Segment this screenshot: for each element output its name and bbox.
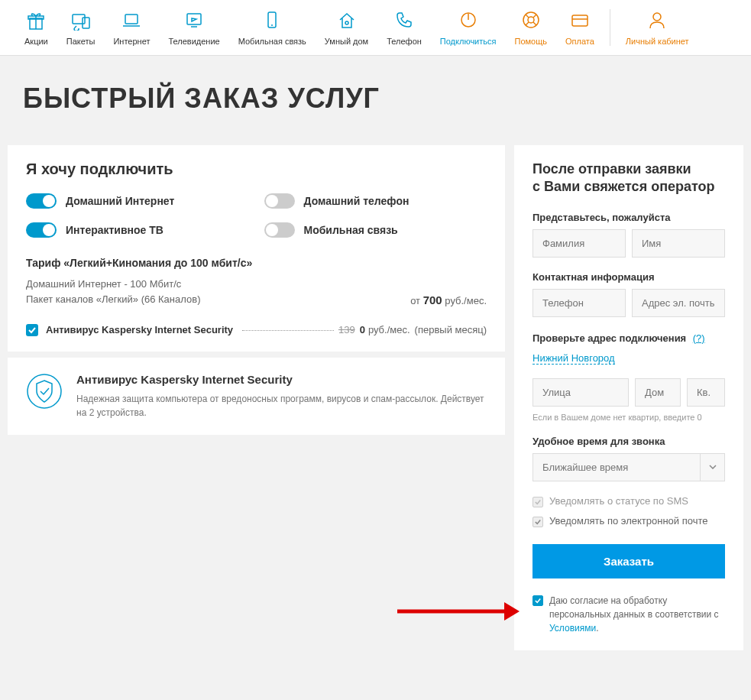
toggle-switch[interactable] [26,222,57,238]
connect-panel: Я хочу подключить Домашний ИнтернетДомаш… [8,145,505,352]
dots-separator [242,330,334,331]
sms-notify-row[interactable]: Уведомлять о статусе по SMS [532,495,725,507]
order-form-panel: После отправки заявкис Вами свяжется опе… [514,145,743,650]
svg-point-22 [28,374,61,408]
nav-label: Помощь [515,37,548,46]
info-panel: Антивирус Kaspersky Internet Security На… [8,358,505,435]
info-title: Антивирус Kaspersky Internet Security [76,373,487,386]
email-notify-row[interactable]: Уведомлять по электронной почте [532,515,725,527]
consent-row: Даю согласие на обработку персональных д… [532,594,725,635]
phone-input[interactable] [532,289,626,317]
toggle-row: Интерактивное ТВ [26,222,249,238]
sms-checkbox[interactable] [532,497,543,507]
nav-item-user[interactable]: Личный кабинет [610,9,698,46]
addon-row: Антивирус Kaspersky Internet Security 13… [26,324,487,336]
nav-label: Подключиться [440,37,497,46]
house-input[interactable] [635,378,681,407]
nav-item-power[interactable]: Подключиться [431,9,506,46]
svg-point-14 [528,17,534,23]
address-label: Проверьте адрес подключения [532,332,686,344]
address-hint: Если в Вашем доме нет квартир, введите 0 [532,413,725,422]
intro-label: Представьтесь, пожалуйста [532,212,725,223]
svg-line-17 [526,22,529,25]
nav-item-laptop[interactable]: Интернет [104,9,159,46]
toggle-switch[interactable] [264,222,295,238]
info-text: Надежная защита компьютера от вредоносны… [76,392,487,420]
toggle-label: Интерактивное ТВ [66,224,163,236]
devices-icon [70,9,92,31]
city-link[interactable]: Нижний Новгород [532,352,615,365]
nav-label: Умный дом [325,37,368,46]
svg-line-18 [533,22,536,25]
page-title: БЫСТРЫЙ ЗАКАЗ УСЛУГ [0,56,751,145]
toggle-switch[interactable] [264,193,295,209]
svg-point-9 [271,24,273,26]
nav-item-card[interactable]: Оплата [556,9,604,46]
nav-item-mobile[interactable]: Мобильная связь [229,9,316,46]
nav-label: Интернет [113,37,150,46]
addon-name: Антивирус Kaspersky Internet Security [46,324,233,335]
nav-item-lifebuoy[interactable]: Помощь [506,9,557,46]
toggle-label: Домашний телефон [304,195,409,207]
top-nav: АкцииПакетыИнтернетТелевидениеМобильная … [0,0,751,56]
nav-item-devices[interactable]: Пакеты [57,9,105,46]
toggle-row: Домашний Интернет [26,193,249,209]
nav-label: Оплата [565,37,594,46]
addon-old-price: 139 [338,324,355,335]
card-icon [569,9,591,31]
mobile-icon [261,9,283,31]
terms-link[interactable]: Условиями [549,623,596,634]
toggle-label: Домашний Интернет [66,195,174,207]
address-help-link[interactable]: (?) [693,332,705,344]
svg-point-10 [345,21,348,24]
nav-item-phone[interactable]: Телефон [377,9,431,46]
toggle-switch[interactable] [26,193,57,209]
laptop-icon [121,9,142,31]
svg-point-21 [653,13,661,21]
email-notify-checkbox[interactable] [532,517,543,527]
contact-label: Контактная информация [532,271,725,283]
user-icon [646,9,668,31]
tv-icon [183,9,205,31]
phone-icon [393,9,415,31]
toggle-row: Домашний телефон [264,193,487,209]
nav-item-gift[interactable]: Акции [15,9,57,46]
email-input[interactable] [632,289,725,317]
svg-rect-19 [572,15,588,26]
connect-title: Я хочу подключить [26,160,487,178]
street-input[interactable] [532,378,629,407]
time-select[interactable]: Ближайшее время [532,453,701,481]
chevron-down-icon[interactable] [701,453,725,481]
power-icon [458,9,479,31]
tariff-price: от 700 руб./мес. [410,293,487,309]
nav-label: Личный кабинет [626,37,689,46]
lastname-input[interactable] [532,229,626,258]
toggle-label: Мобильная связь [304,224,398,236]
nav-item-tv[interactable]: Телевидение [159,9,228,46]
nav-label: Акции [24,37,48,46]
gift-icon [25,9,47,31]
lifebuoy-icon [520,9,542,31]
svg-line-16 [533,15,536,18]
nav-label: Пакеты [66,37,95,46]
consent-checkbox[interactable] [532,595,543,606]
tariff-line-1: Домашний Интернет - 100 Мбит/с [26,278,487,290]
firstname-input[interactable] [632,229,725,258]
form-title: После отправки заявкис Вами свяжется опе… [532,160,725,196]
time-label: Удобное время для звонка [532,436,725,447]
toggle-row: Мобильная связь [264,222,487,238]
nav-item-home[interactable]: Умный дом [316,9,377,46]
svg-rect-4 [83,18,89,28]
nav-label: Телевидение [168,37,219,46]
tariff-line-2: Пакет каналов «Легкий» (66 Каналов) [26,293,200,305]
order-button[interactable]: Заказать [532,544,725,578]
tariff-name: Тариф «Легкий+Киномания до 100 мбит/с» [26,257,487,269]
svg-rect-5 [125,15,138,24]
svg-line-15 [526,15,529,18]
addon-checkbox[interactable] [26,324,38,336]
nav-label: Мобильная связь [238,37,306,46]
home-icon [336,9,358,31]
shield-icon [26,373,63,410]
nav-label: Телефон [387,37,422,46]
apartment-input[interactable] [687,378,725,407]
